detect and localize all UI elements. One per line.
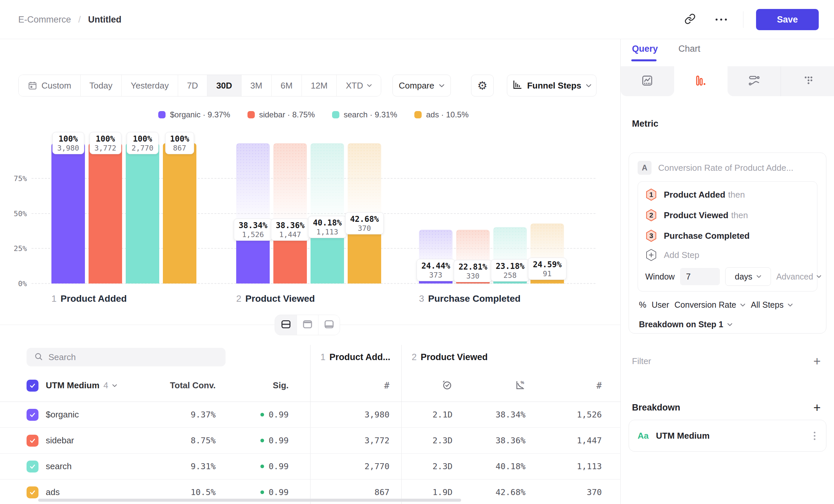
date-range-6m[interactable]: 6M xyxy=(271,75,302,96)
conversion-window-row: Window days Advanced xyxy=(638,264,817,288)
avg-time-value: 2.1D xyxy=(433,410,453,419)
search-icon xyxy=(34,352,43,362)
chevron-down-icon xyxy=(788,303,793,307)
horizontal-scrollbar[interactable] xyxy=(38,499,461,502)
view-toggle-chart-only[interactable] xyxy=(297,315,318,335)
legend-swatch xyxy=(247,111,255,118)
breakdown-on-step-select[interactable]: Breakdown on Step 1 xyxy=(639,320,816,329)
date-range-7d[interactable]: 7D xyxy=(178,75,207,96)
row-checkbox[interactable] xyxy=(26,409,39,421)
chevron-down-icon xyxy=(586,84,592,88)
tab-chart[interactable]: Chart xyxy=(678,44,700,59)
date-range-30d[interactable]: 30D xyxy=(207,75,241,96)
row-checkbox[interactable] xyxy=(26,486,39,498)
funnel-step-1[interactable]: 1Product Added then xyxy=(638,184,817,205)
svg-text:%: % xyxy=(521,380,524,385)
bar-sidebar-step1[interactable] xyxy=(89,143,122,283)
row-name: sidebar xyxy=(46,435,74,445)
date-range-xtd[interactable]: XTD xyxy=(336,75,381,96)
view-toggle-split-view[interactable] xyxy=(275,315,297,335)
bar-value-label-organic-step1: 100%3,980 xyxy=(52,132,84,154)
advanced-toggle[interactable]: Advanced xyxy=(776,272,821,281)
sig-column-header[interactable]: Sig. xyxy=(216,380,289,391)
sig-dot-icon xyxy=(260,413,264,416)
breadcrumb-separator: / xyxy=(78,15,81,25)
date-range-yesterday[interactable]: Yesterday xyxy=(122,75,178,96)
funnel-chart-icon xyxy=(512,79,523,92)
y-axis-tick: 25% xyxy=(6,244,27,253)
total-conv-value: 10.5% xyxy=(162,487,216,497)
step2-count-column-header[interactable]: # xyxy=(537,369,614,402)
date-range-custom[interactable]: Custom xyxy=(19,75,80,96)
step1-count-value: 2,770 xyxy=(365,462,390,471)
legend-item-organic[interactable]: $organic · 9.37% xyxy=(158,110,230,119)
legend-item-ads[interactable]: ads · 10.5% xyxy=(414,110,468,119)
window-value-input[interactable] xyxy=(680,268,720,285)
legend-item-sidebar[interactable]: sidebar · 8.75% xyxy=(247,110,315,119)
share-link-button[interactable] xyxy=(681,10,699,29)
hexagon-plus-icon xyxy=(645,248,657,261)
breadcrumb-current[interactable]: Untitled xyxy=(88,15,122,25)
chart-type-tab-funnel-bars[interactable] xyxy=(674,66,727,96)
window-unit-select[interactable]: days xyxy=(725,267,771,286)
step1-count-column-header[interactable]: # xyxy=(310,369,401,402)
metric-series-row[interactable]: A Conversion Rate of Product Adde... xyxy=(638,161,817,175)
measure-metric-select[interactable]: Conversion Rate xyxy=(675,300,736,310)
filter-heading: Filter xyxy=(632,356,651,366)
bar-organic-step1[interactable] xyxy=(51,143,85,283)
table-row-sidebar[interactable]: sidebar 8.75% 0.99 3,772 2.3D 38.36% 1,4… xyxy=(0,428,621,454)
compare-button[interactable]: Compare xyxy=(392,75,451,96)
y-axis-tick: 50% xyxy=(6,209,27,217)
top-actions: Save xyxy=(681,0,819,39)
row-checkbox[interactable] xyxy=(26,461,39,473)
bar-ads-step1[interactable] xyxy=(163,143,196,283)
breadcrumb-parent[interactable]: E-Commerce xyxy=(18,15,71,25)
bar-search-step1[interactable] xyxy=(126,143,159,283)
legend-item-search[interactable]: search · 9.31% xyxy=(332,110,397,119)
table-row-search[interactable]: search 9.31% 0.99 2,770 2.3D 40.18% 1,11… xyxy=(0,454,621,479)
funnel-step-3[interactable]: 3Purchase Completed xyxy=(638,226,817,246)
row-checkbox[interactable] xyxy=(26,435,39,446)
table-step2-group-title: 2 Product Viewed xyxy=(402,352,488,362)
tab-query[interactable]: Query xyxy=(632,44,658,59)
measure-row: % User Conversion Rate All Steps xyxy=(639,300,816,310)
breakdown-item-menu[interactable] xyxy=(812,430,817,442)
table-search[interactable] xyxy=(26,348,225,366)
add-step-button[interactable]: Add Step xyxy=(638,246,817,264)
chart-type-tab-grid-dots[interactable] xyxy=(781,66,834,96)
add-breakdown-button[interactable]: + xyxy=(813,401,821,414)
group-by-column-header[interactable]: UTM Medium 4 xyxy=(46,380,117,391)
date-range-today[interactable]: Today xyxy=(80,75,122,96)
hash-icon: # xyxy=(384,380,390,391)
text-property-icon: Aa xyxy=(638,431,649,441)
select-all-checkbox[interactable] xyxy=(26,380,39,392)
date-range-12m[interactable]: 12M xyxy=(302,75,337,96)
chart-settings-button[interactable]: ⚙ xyxy=(471,75,493,96)
step2-conversion-column-header[interactable]: % xyxy=(464,369,537,402)
date-range-3m[interactable]: 3M xyxy=(241,75,271,96)
step2-avgtime-column-header[interactable] xyxy=(401,369,464,402)
bar-value-label-ads-step3: 24.59%91 xyxy=(528,258,567,280)
view-toggle-table-only[interactable] xyxy=(318,315,340,335)
add-filter-button[interactable]: + xyxy=(813,355,821,367)
search-input[interactable] xyxy=(48,352,218,362)
chart-type-tab-flow[interactable] xyxy=(727,66,781,96)
row-name: ads xyxy=(46,487,60,497)
table-row-organic[interactable]: $organic 9.37% 0.99 3,980 2.1D 38.34% 1,… xyxy=(0,402,621,428)
chevron-down-icon xyxy=(740,303,745,307)
avg-time-value: 2.3D xyxy=(433,462,453,471)
measure-entity[interactable]: User xyxy=(652,300,669,310)
breakdown-table: 1 Product Add... 2 Product Viewed xyxy=(0,345,621,504)
more-options-button[interactable] xyxy=(712,10,730,29)
funnel-step-2[interactable]: 2Product Viewed then xyxy=(638,205,817,226)
calendar-icon xyxy=(27,81,38,91)
measure-scope-select[interactable]: All Steps xyxy=(751,300,784,310)
chart-view-selector[interactable]: Funnel Steps xyxy=(507,75,596,96)
chevron-down-icon xyxy=(756,275,761,278)
clock-check-icon xyxy=(442,380,453,392)
breakdown-item[interactable]: Aa UTM Medium xyxy=(629,420,826,452)
total-conv-column-header[interactable]: Total Conv. xyxy=(162,380,216,391)
save-button[interactable]: Save xyxy=(756,9,819,30)
chart-type-tab-line-chart[interactable] xyxy=(621,66,674,96)
bar-value-label-sidebar-step1: 100%3,772 xyxy=(89,132,121,154)
